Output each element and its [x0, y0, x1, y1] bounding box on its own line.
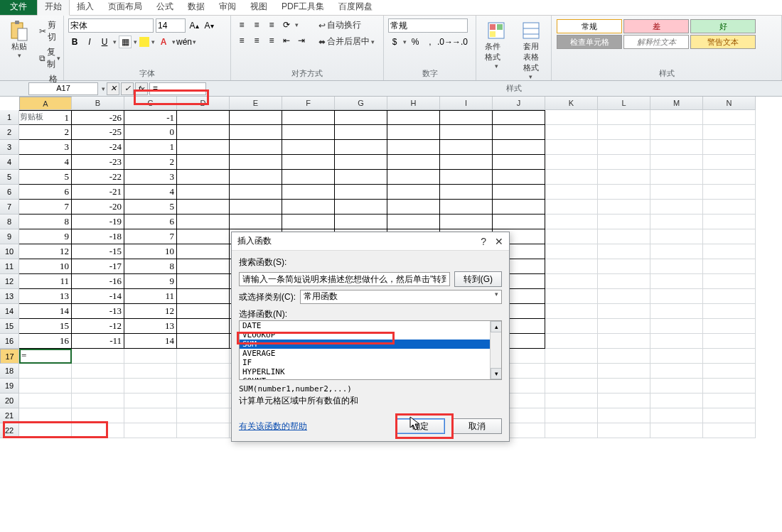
cell[interactable]: 9 [19, 229, 72, 244]
cell[interactable] [650, 274, 703, 289]
row-header[interactable]: 22 [0, 423, 19, 438]
cell[interactable] [650, 304, 703, 319]
cell[interactable]: 14 [124, 334, 177, 349]
cell[interactable] [545, 423, 598, 438]
cell[interactable]: 4 [19, 155, 72, 170]
cell[interactable] [598, 423, 650, 438]
cell[interactable] [282, 155, 335, 170]
cell[interactable] [598, 408, 650, 423]
cell[interactable] [598, 274, 650, 289]
cell[interactable] [703, 170, 756, 185]
column-header[interactable]: G [335, 97, 387, 110]
cell[interactable] [440, 185, 493, 200]
cell[interactable] [598, 170, 650, 185]
cell[interactable] [387, 170, 440, 185]
align-bottom-button[interactable]: ≡ [265, 18, 278, 31]
cell[interactable] [545, 170, 598, 185]
cell[interactable] [703, 185, 756, 200]
cell[interactable] [545, 364, 598, 379]
cell[interactable] [598, 155, 650, 170]
name-box[interactable]: A17 [28, 82, 98, 95]
cell[interactable] [72, 379, 124, 393]
row-header[interactable]: 10 [0, 244, 19, 259]
cell[interactable] [387, 185, 440, 200]
cell[interactable] [545, 289, 598, 304]
cell[interactable] [177, 140, 230, 155]
cell[interactable] [124, 423, 177, 438]
cell[interactable] [545, 349, 598, 364]
italic-button[interactable]: I [83, 36, 96, 48]
cell[interactable] [230, 110, 282, 125]
cell[interactable] [19, 423, 72, 438]
cell[interactable] [387, 140, 440, 155]
cell[interactable]: 7 [19, 200, 72, 215]
cell[interactable] [650, 259, 703, 274]
cell[interactable] [703, 125, 756, 140]
cell[interactable]: -20 [72, 200, 124, 215]
row-header[interactable]: 5 [0, 170, 19, 185]
formula-input[interactable]: = [149, 82, 206, 95]
cell[interactable] [598, 244, 650, 259]
tab-review[interactable]: 审阅 [212, 0, 243, 15]
cell[interactable] [493, 170, 545, 185]
font-size-select[interactable] [156, 18, 186, 33]
cell[interactable]: 12 [124, 304, 177, 319]
cell[interactable] [493, 155, 545, 170]
function-list-item[interactable]: DATE [240, 321, 501, 330]
cell[interactable]: 5 [124, 200, 177, 215]
category-select[interactable]: 常用函数▾ [300, 290, 502, 304]
cell[interactable] [598, 304, 650, 319]
cell[interactable] [177, 110, 230, 125]
cell[interactable] [177, 185, 230, 200]
cell[interactable] [19, 379, 72, 393]
cell-style-warn[interactable]: 警告文本 [690, 35, 756, 49]
cell[interactable] [545, 110, 598, 125]
cell-style-bad[interactable]: 差 [623, 19, 689, 33]
help-icon[interactable]: ? [481, 236, 486, 247]
cell[interactable] [387, 215, 440, 229]
cell[interactable] [598, 215, 650, 229]
row-header[interactable]: 6 [0, 185, 19, 200]
cell[interactable] [335, 125, 387, 140]
cell[interactable] [703, 408, 756, 423]
cell[interactable] [545, 274, 598, 289]
orientation-button[interactable]: ⟳ [280, 18, 293, 31]
function-listbox[interactable]: DATEVLOOKUPSUMAVERAGEIFHYPERLINKCOUNT ▴ … [239, 320, 502, 380]
column-header[interactable]: F [282, 97, 335, 110]
cell[interactable] [177, 289, 230, 304]
cell[interactable] [177, 393, 230, 408]
border-button[interactable]: ▦ [119, 36, 132, 48]
cell[interactable]: -11 [72, 334, 124, 349]
align-top-button[interactable]: ≡ [235, 18, 248, 31]
cell[interactable] [650, 215, 703, 229]
cell[interactable] [230, 155, 282, 170]
indent-dec-button[interactable]: ⇤ [280, 34, 293, 47]
cell[interactable] [598, 379, 650, 393]
cell[interactable] [387, 155, 440, 170]
currency-button[interactable]: $ [388, 36, 401, 48]
cell[interactable] [72, 364, 124, 379]
cell[interactable] [598, 200, 650, 215]
row-header[interactable]: 11 [0, 259, 19, 274]
cell[interactable] [282, 200, 335, 215]
cell[interactable] [703, 349, 756, 364]
cell[interactable] [545, 379, 598, 393]
cell[interactable] [545, 200, 598, 215]
cell[interactable] [650, 125, 703, 140]
cell[interactable]: 2 [19, 125, 72, 140]
cell[interactable] [650, 423, 703, 438]
cell[interactable] [650, 379, 703, 393]
cell[interactable]: 2 [124, 155, 177, 170]
cell[interactable]: -15 [72, 244, 124, 259]
decrease-font-button[interactable]: A▾ [203, 19, 215, 32]
cell[interactable] [545, 125, 598, 140]
cell[interactable] [282, 125, 335, 140]
cell[interactable]: 0 [124, 125, 177, 140]
cell[interactable] [650, 319, 703, 334]
cell[interactable]: 3 [124, 170, 177, 185]
cell[interactable] [335, 170, 387, 185]
cell[interactable]: 8 [124, 259, 177, 274]
cell[interactable] [335, 185, 387, 200]
cell[interactable] [703, 215, 756, 229]
comma-button[interactable]: , [424, 36, 436, 48]
